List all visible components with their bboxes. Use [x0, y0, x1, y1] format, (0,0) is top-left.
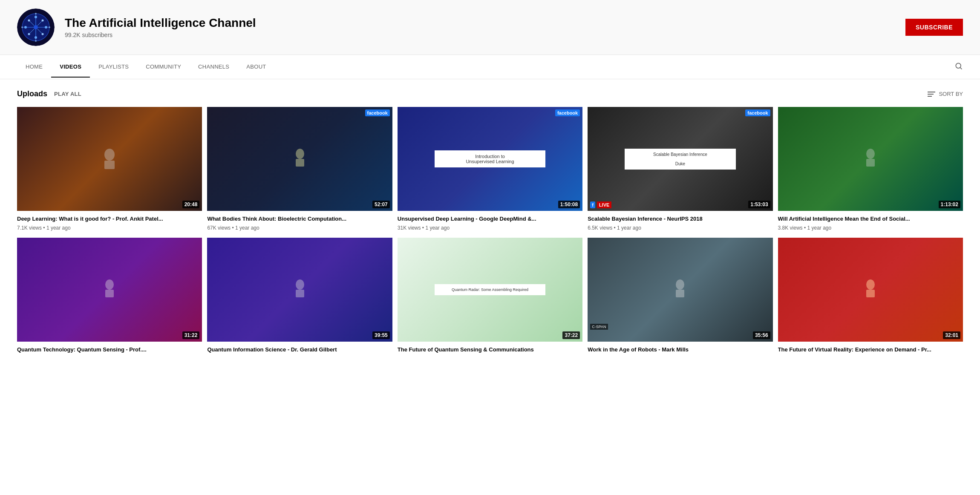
svg-point-19 — [35, 13, 37, 14]
video-thumbnail: 1:13:02 — [778, 107, 963, 211]
tab-channels[interactable]: CHANNELS — [190, 57, 238, 78]
video-duration: 1:50:08 — [558, 201, 580, 208]
video-card[interactable]: facebook Introduction toUnsupervised Lea… — [398, 107, 582, 231]
svg-point-9 — [42, 33, 44, 35]
svg-point-10 — [34, 25, 38, 29]
video-thumbnail: 31:22 — [17, 238, 202, 342]
video-duration: 52:07 — [372, 201, 390, 208]
subscriber-count: 99.2K subscribers — [65, 32, 256, 38]
video-card[interactable]: 32:01 The Future of Virtual Reality: Exp… — [778, 238, 963, 356]
video-meta: 3.8K views • 1 year ago — [778, 225, 963, 231]
video-title: The Future of Quantum Sensing & Communic… — [398, 346, 582, 354]
channel-info: The Artificial Intelligence Channel 99.2… — [17, 9, 256, 46]
video-card[interactable]: 39:55 Quantum Information Science - Dr. … — [207, 238, 392, 356]
video-card[interactable]: facebook Scalable Bayesian InferenceDuke… — [588, 107, 772, 231]
tab-playlists[interactable]: PLAYLISTS — [90, 57, 137, 78]
video-meta: 7.1K views • 1 year ago — [17, 225, 202, 231]
fb-icon: f — [590, 201, 595, 208]
svg-rect-40 — [676, 290, 684, 297]
sort-by-button[interactable]: SORT BY — [928, 91, 963, 97]
video-duration: 35:56 — [753, 331, 770, 339]
svg-point-7 — [42, 20, 44, 22]
video-duration: 32:01 — [943, 331, 960, 339]
tab-videos[interactable]: VIDEOS — [51, 57, 90, 78]
video-duration: 31:22 — [182, 331, 200, 339]
video-title: Quantum Information Science - Dr. Gerald… — [207, 346, 392, 354]
main-content: Uploads PLAY ALL SORT BY — [0, 79, 980, 379]
play-all-button[interactable]: PLAY ALL — [54, 91, 81, 97]
video-duration: 39:55 — [372, 331, 390, 339]
channel-avatar — [17, 9, 55, 46]
subscribe-button[interactable]: SUBSCRIBE — [905, 19, 963, 36]
tab-home[interactable]: HOME — [17, 57, 51, 78]
channel-header: The Artificial Intelligence Channel 99.2… — [0, 0, 980, 55]
video-title: Unsupervised Deep Learning - Google Deep… — [398, 215, 582, 223]
video-title: Deep Learning: What is it good for? - Pr… — [17, 215, 202, 223]
channel-name: The Artificial Intelligence Channel — [65, 16, 256, 30]
video-card[interactable]: 20:48 Deep Learning: What is it good for… — [17, 107, 202, 231]
svg-rect-36 — [105, 290, 114, 297]
svg-point-5 — [45, 26, 47, 29]
video-title: The Future of Virtual Reality: Experienc… — [778, 346, 963, 354]
video-thumbnail: facebook Introduction toUnsupervised Lea… — [398, 107, 582, 211]
svg-rect-30 — [104, 161, 115, 169]
tab-community[interactable]: COMMUNITY — [137, 57, 190, 78]
video-thumbnail: Quantum Radar: Some Assembling Required … — [398, 238, 582, 342]
svg-rect-38 — [296, 290, 304, 297]
video-duration: 1:13:02 — [939, 201, 960, 208]
svg-point-8 — [28, 33, 30, 35]
sort-by-label: SORT BY — [939, 91, 963, 97]
svg-point-20 — [21, 26, 23, 28]
svg-point-39 — [676, 279, 684, 290]
video-card[interactable]: 31:22 Quantum Technology: Quantum Sensin… — [17, 238, 202, 356]
video-thumbnail: 32:01 — [778, 238, 963, 342]
video-card[interactable]: Quantum Radar: Some Assembling Required … — [398, 238, 582, 356]
svg-point-27 — [956, 63, 961, 68]
svg-rect-34 — [866, 159, 875, 167]
svg-point-2 — [35, 16, 37, 18]
video-card[interactable]: 1:13:02 Will Artificial Intelligence Mea… — [778, 107, 963, 231]
svg-point-29 — [104, 149, 115, 161]
video-title: Quantum Technology: Quantum Sensing - Pr… — [17, 346, 202, 354]
video-thumbnail: 20:48 — [17, 107, 202, 211]
video-thumbnail: facebook 52:07 — [207, 107, 392, 211]
live-badge: f LIVE — [590, 201, 611, 208]
svg-point-35 — [105, 279, 114, 290]
video-title: What Bodies Think About: Bioelectric Com… — [207, 215, 392, 223]
uploads-title: Uploads — [17, 89, 47, 98]
video-grid: 20:48 Deep Learning: What is it good for… — [17, 107, 963, 355]
video-thumbnail: facebook Scalable Bayesian InferenceDuke… — [588, 107, 772, 211]
video-thumbnail: 39:55 — [207, 238, 392, 342]
uploads-left: Uploads PLAY ALL — [17, 89, 81, 98]
search-button[interactable] — [954, 55, 963, 79]
svg-point-33 — [866, 149, 875, 159]
video-duration: 37:22 — [562, 331, 580, 339]
svg-point-21 — [49, 26, 50, 28]
svg-point-4 — [24, 26, 27, 29]
video-meta: 31K views • 1 year ago — [398, 225, 582, 231]
video-card[interactable]: facebook 52:07 What Bodies Think About: … — [207, 107, 392, 231]
sort-icon — [928, 92, 935, 97]
video-title: Work in the Age of Robots - Mark Mills — [588, 346, 772, 354]
tab-about[interactable]: ABOUT — [238, 57, 274, 78]
svg-point-3 — [35, 36, 37, 39]
live-label: LIVE — [597, 201, 611, 208]
video-card[interactable]: C-SPAN 35:56 Work in the Age of Robots -… — [588, 238, 772, 356]
svg-rect-42 — [866, 290, 875, 297]
video-duration: 1:53:03 — [748, 201, 770, 208]
video-thumbnail: C-SPAN 35:56 — [588, 238, 772, 342]
svg-point-41 — [866, 279, 875, 290]
channel-text: The Artificial Intelligence Channel 99.2… — [65, 16, 256, 38]
svg-rect-32 — [296, 159, 304, 167]
video-duration: 20:48 — [182, 201, 200, 208]
svg-point-22 — [35, 40, 37, 42]
video-title: Scalable Bayesian Inference - NeurIPS 20… — [588, 215, 772, 223]
svg-point-37 — [296, 279, 304, 290]
video-meta: 67K views • 1 year ago — [207, 225, 392, 231]
video-title: Will Artificial Intelligence Mean the En… — [778, 215, 963, 223]
channel-nav: HOME VIDEOS PLAYLISTS COMMUNITY CHANNELS… — [0, 55, 980, 79]
svg-line-28 — [960, 68, 962, 69]
svg-point-6 — [28, 20, 30, 22]
uploads-header: Uploads PLAY ALL SORT BY — [17, 89, 963, 98]
svg-point-31 — [296, 149, 304, 159]
